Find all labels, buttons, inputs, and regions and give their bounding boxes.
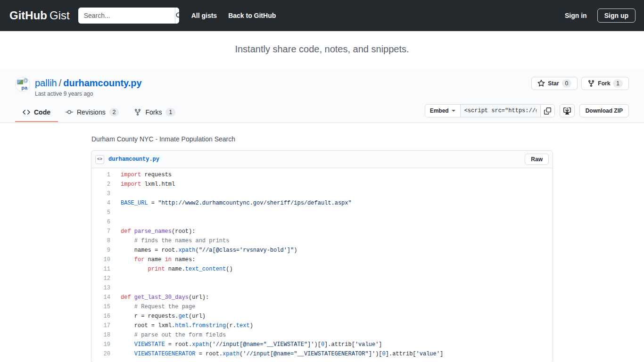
code-line: 17 root = lxml.html.fromstring(r.text): [91, 321, 553, 330]
line-number[interactable]: 3: [91, 189, 110, 198]
code-line: 20 VIEWSTATEGENERATOR = root.xpath('//in…: [91, 349, 553, 359]
gist-titles: pallih/durhamcounty.py Last active 9 yea…: [35, 77, 142, 97]
code-line-content: # finds the names and prints: [110, 236, 553, 246]
raw-button[interactable]: Raw: [525, 154, 549, 165]
star-icon: [537, 80, 545, 87]
gist-actions: Star 0 Fork 1: [531, 77, 629, 90]
code-table: 1import requests2import lxml.html34BASE_…: [91, 170, 553, 359]
avatar-at-glyph: @: [23, 77, 28, 83]
avatar[interactable]: @ pa: [15, 77, 30, 92]
gist-title: pallih/durhamcounty.py: [35, 77, 142, 89]
github-gist-logo[interactable]: GitHubGist: [9, 9, 70, 22]
code-line-content: [110, 283, 553, 293]
forks-count-badge: 1: [165, 108, 175, 116]
search-button[interactable]: [175, 8, 179, 24]
code-line: 13: [91, 283, 553, 293]
desktop-download-button[interactable]: [560, 104, 575, 117]
code-line-content: VIEWSTATEGENERATOR = root.xpath('//input…: [110, 349, 553, 359]
star-count-badge: 0: [562, 79, 572, 88]
code-line: 15 # Request the page: [91, 302, 553, 312]
line-number[interactable]: 14: [91, 293, 110, 302]
code-line-content: [110, 208, 553, 217]
code-line-content: for name in names:: [110, 255, 553, 264]
embed-snippet-input[interactable]: [460, 105, 540, 117]
nav-all-gists[interactable]: All gists: [191, 12, 217, 19]
gist-toolbar: Embed Download ZIP: [425, 104, 629, 122]
code-line-content: def get_last_30_days(url):: [110, 293, 553, 302]
code-line-content: import lxml.html: [110, 180, 553, 189]
line-number[interactable]: 2: [91, 180, 110, 189]
code-line: 7def parse_names(root):: [91, 227, 553, 236]
line-number[interactable]: 18: [91, 330, 110, 340]
code-line: 11 print name.text_content(): [91, 264, 553, 274]
code-line-content: # parse out the form fields: [110, 330, 553, 340]
embed-dropdown-label: Embed: [430, 107, 449, 114]
search-input[interactable]: [78, 8, 175, 24]
copy-embed-button[interactable]: [540, 105, 554, 117]
line-number[interactable]: 9: [91, 246, 110, 255]
line-number[interactable]: 19: [91, 340, 110, 349]
code-line: 4BASE_URL = "http://www2.durhamcountync.…: [91, 198, 553, 208]
code-line-content: r = requests.get(url): [110, 312, 553, 321]
code-icon: [23, 108, 30, 116]
code-line-content: # Request the page: [110, 302, 553, 312]
line-number[interactable]: 4: [91, 198, 110, 208]
logo-github: GitHub: [9, 9, 47, 22]
sign-up-button[interactable]: Sign up: [597, 8, 636, 23]
code-line: 19 VIEWSTATE = root.xpath('//input[@name…: [91, 340, 553, 349]
line-number[interactable]: 12: [91, 274, 110, 283]
line-number[interactable]: 13: [91, 283, 110, 293]
gist-filename-link[interactable]: durhamcounty.py: [63, 78, 141, 88]
embed-group: Embed: [425, 104, 555, 117]
fork-button[interactable]: Fork 1: [581, 77, 629, 90]
code-line: 9 names = root.xpath("//a[@class='rvsnav…: [91, 246, 553, 255]
code-line-content: root = lxml.html.fromstring(r.text): [110, 321, 553, 330]
search-box: [78, 8, 179, 24]
fork-icon: [134, 108, 141, 116]
dropdown-caret-icon: [452, 110, 455, 112]
code-line-content: [110, 189, 553, 198]
tab-code-label: Code: [34, 108, 50, 116]
file-name-link[interactable]: durhamcounty.py: [108, 156, 159, 163]
download-zip-button[interactable]: Download ZIP: [579, 104, 629, 117]
code-line: 6: [91, 217, 553, 227]
code-line-content: print name.text_content(): [110, 264, 553, 274]
avatar-text: pa: [21, 85, 27, 90]
owner-link[interactable]: pallih: [35, 78, 57, 88]
code-line-content: def parse_names(root):: [110, 227, 553, 236]
line-number[interactable]: 20: [91, 349, 110, 359]
line-number[interactable]: 10: [91, 255, 110, 264]
line-number[interactable]: 8: [91, 236, 110, 246]
line-number[interactable]: 17: [91, 321, 110, 330]
code-line: 3: [91, 189, 553, 198]
line-number[interactable]: 16: [91, 312, 110, 321]
copy-icon: [544, 107, 551, 115]
gist-description: Durham County NYC - Inmate Population Se…: [91, 135, 553, 143]
tagline: Instantly share code, notes, and snippet…: [0, 31, 644, 69]
code-line-content: [110, 274, 553, 283]
line-number[interactable]: 6: [91, 217, 110, 227]
avatar-image-fragment: [17, 80, 23, 84]
embed-dropdown-button[interactable]: Embed: [425, 105, 460, 117]
tab-forks-label: Forks: [145, 108, 162, 116]
line-number[interactable]: 1: [91, 170, 110, 180]
code-line: 16 r = requests.get(url): [91, 312, 553, 321]
line-number[interactable]: 11: [91, 264, 110, 274]
line-number[interactable]: 7: [91, 227, 110, 236]
star-button[interactable]: Star 0: [531, 77, 578, 90]
title-separator: /: [57, 78, 64, 88]
tab-revisions[interactable]: Revisions 2: [58, 104, 126, 123]
logo-gist: Gist: [50, 9, 70, 22]
tab-forks[interactable]: Forks 1: [126, 104, 183, 123]
main-content: Durham County NYC - Inmate Population Se…: [91, 123, 553, 362]
tab-code[interactable]: Code: [15, 104, 58, 122]
code-line: 12: [91, 274, 553, 283]
nav-back-to-github[interactable]: Back to GitHub: [228, 12, 276, 19]
revisions-icon: [66, 108, 73, 116]
sign-in-link[interactable]: Sign in: [565, 12, 587, 19]
revisions-count-badge: 2: [109, 108, 119, 116]
line-number[interactable]: 5: [91, 208, 110, 217]
line-number[interactable]: 15: [91, 302, 110, 312]
fork-icon: [587, 80, 595, 87]
fork-button-label: Fork: [598, 80, 610, 87]
